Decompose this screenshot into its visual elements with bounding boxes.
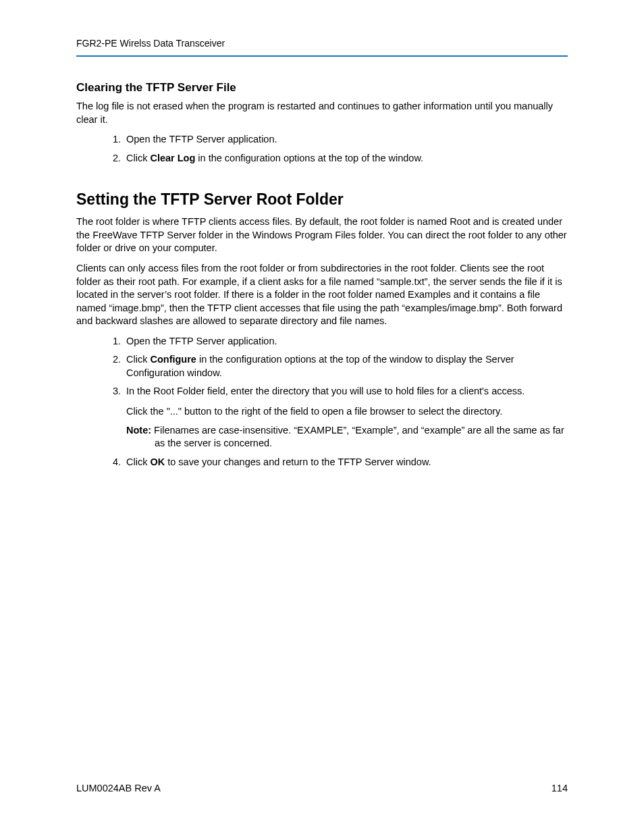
page: FGR2-PE Wirelss Data Transceiver Clearin… [0, 0, 644, 834]
steps-clearing: Open the TFTP Server application. Click … [76, 133, 568, 165]
step-pre: Click [126, 153, 150, 163]
steps-root-folder: Open the TFTP Server application. Click … [76, 335, 568, 469]
list-item: Click OK to save your changes and return… [124, 456, 568, 469]
footer: LUM0024AB Rev A 114 [76, 783, 568, 793]
running-header: FGR2-PE Wirelss Data Transceiver [76, 38, 568, 49]
list-item: In the Root Folder field, enter the dire… [124, 385, 568, 450]
step-bold: Clear Log [150, 153, 195, 163]
footer-left: LUM0024AB Rev A [76, 783, 161, 793]
intro-clearing: The log file is not erased when the prog… [76, 100, 568, 126]
list-item: Open the TFTP Server application. [124, 335, 568, 348]
list-item: Click Clear Log in the configuration opt… [124, 152, 568, 165]
step-text: In the Root Folder field, enter the dire… [126, 386, 525, 396]
list-item: Open the TFTP Server application. [124, 133, 568, 147]
step-post: to save your changes and return to the T… [165, 457, 431, 467]
step-pre: Click [126, 354, 150, 365]
note-text: Filenames are case-insensitive. “EXAMPLE… [151, 425, 564, 449]
step-sub: Click the "..." button to the right of t… [126, 405, 568, 419]
footer-page-number: 114 [552, 783, 568, 793]
step-note: Note: Filenames are case-insensitive. “E… [126, 424, 568, 450]
para-root-2: Clients can only access files from the r… [76, 262, 568, 328]
step-text: Open the TFTP Server application. [126, 134, 277, 145]
step-text: Open the TFTP Server application. [126, 336, 277, 346]
note-label: Note: [126, 425, 151, 436]
list-item: Click Configure in the configuration opt… [124, 353, 568, 380]
step-post: in the configuration options at the top … [195, 153, 423, 163]
subheading-clearing: Clearing the TFTP Server File [76, 81, 568, 95]
step-pre: Click [126, 457, 150, 467]
heading-root-folder: Setting the TFTP Server Root Folder [76, 190, 568, 209]
step-bold: Configure [150, 354, 196, 365]
para-root-1: The root folder is where TFTP clients ac… [76, 215, 568, 255]
header-rule [76, 55, 568, 57]
step-bold: OK [150, 457, 165, 467]
